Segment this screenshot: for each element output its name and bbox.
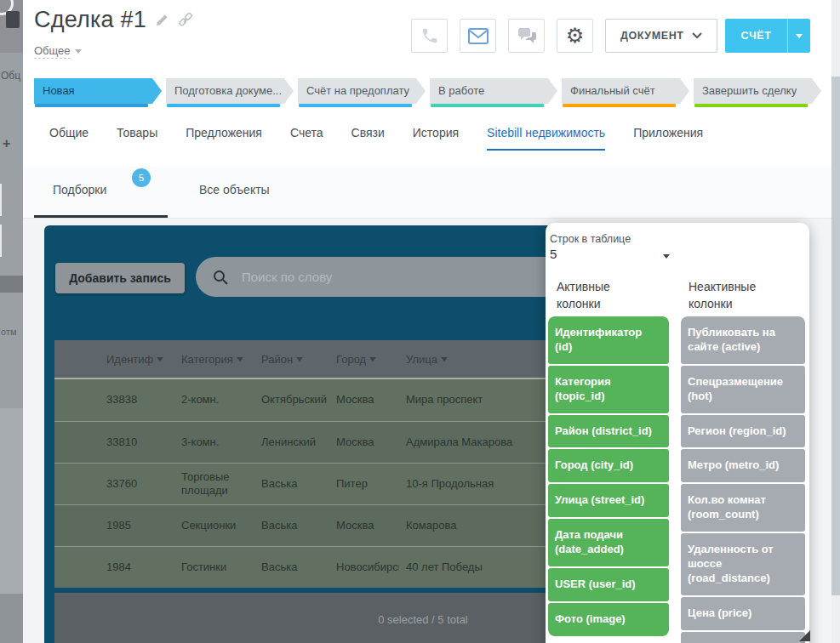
column-chip[interactable]: Дата подачи (date_added) bbox=[548, 519, 669, 566]
column-chip[interactable]: Район (district_id) bbox=[548, 415, 669, 448]
background-footer-fragment bbox=[0, 594, 23, 643]
call-button[interactable] bbox=[411, 19, 448, 53]
cell-district: Васька bbox=[254, 515, 329, 536]
stage-podgotovka[interactable]: Подготовка докуме... bbox=[166, 78, 294, 107]
tab-sitebill[interactable]: Sitebill недвижимость bbox=[487, 126, 605, 151]
invoice-button[interactable]: СЧЁТ bbox=[725, 19, 811, 53]
sort-caret-icon bbox=[441, 357, 448, 361]
rows-per-page-select[interactable]: 5 bbox=[550, 247, 669, 265]
cell-district: Ленинский bbox=[254, 432, 329, 452]
cell-city: Москва bbox=[329, 515, 399, 536]
sort-caret-icon bbox=[157, 357, 163, 361]
column-chip[interactable]: Метро (metro_id) bbox=[681, 449, 805, 482]
cell-id: 1984 bbox=[100, 557, 174, 578]
stage-zavershit[interactable]: Завершить сделку bbox=[694, 78, 821, 107]
stage-label: Финальный счёт bbox=[570, 78, 655, 104]
column-chip[interactable]: USER (user_id) bbox=[548, 568, 669, 601]
cell-category: Гостинки bbox=[174, 557, 254, 578]
stage-label: Подготовка докуме... bbox=[174, 78, 282, 104]
settings-button[interactable]: ⚙ bbox=[557, 19, 593, 53]
inactive-columns-header: Неактивные колонки bbox=[689, 279, 789, 312]
column-header-id[interactable]: Идентиф bbox=[100, 353, 174, 366]
background-row-fragment bbox=[0, 276, 23, 293]
background-text-fragment: Обц bbox=[1, 70, 20, 82]
caret-down-icon bbox=[663, 254, 670, 259]
column-chip[interactable]: Город (city_id) bbox=[548, 449, 669, 482]
background-plus-fragment: + bbox=[3, 136, 10, 151]
cell-id: 1985 bbox=[100, 515, 174, 536]
mail-button[interactable] bbox=[460, 19, 496, 53]
subtab-bar: Подборки 5 Все объекты bbox=[23, 167, 831, 219]
stage-schet-predoplata[interactable]: Счёт на предоплату bbox=[298, 78, 426, 107]
page-header: Сделка #1 bbox=[34, 7, 193, 33]
column-header-district[interactable]: Район bbox=[254, 353, 329, 366]
phone-icon bbox=[420, 26, 439, 45]
tab-scheta[interactable]: Счета bbox=[290, 126, 323, 151]
stage-finalny-schet[interactable]: Финальный счёт bbox=[562, 78, 689, 107]
stage-novaya[interactable]: Новая bbox=[34, 78, 162, 107]
subtab-podborki[interactable]: Подборки bbox=[53, 183, 106, 196]
selection-status: 0 selected / 5 total bbox=[378, 613, 468, 626]
invoice-dropdown-toggle[interactable] bbox=[787, 19, 810, 53]
deal-slider: Сделка #1 Общее bbox=[23, 0, 831, 643]
stage-label: Завершить сделку bbox=[702, 78, 797, 104]
column-chip[interactable]: Регион (region_id) bbox=[681, 415, 805, 448]
cell-city: Новосибирск bbox=[329, 557, 399, 578]
chat-button[interactable] bbox=[508, 19, 545, 53]
cell-city: Москва bbox=[329, 390, 399, 410]
subtab-vse-obekty[interactable]: Все объекты bbox=[199, 183, 270, 196]
sort-caret-icon bbox=[369, 357, 376, 361]
tab-predlozheniya[interactable]: Предложения bbox=[186, 126, 262, 151]
link-icon[interactable] bbox=[178, 13, 193, 28]
corner-triangle-icon bbox=[799, 630, 810, 641]
document-button[interactable]: ДОКУМЕНТ bbox=[605, 19, 717, 53]
add-record-button[interactable]: Добавить запись bbox=[55, 263, 185, 293]
chevron-down-icon bbox=[692, 32, 702, 39]
column-chip[interactable]: Публиковать на сайте (active) bbox=[681, 316, 805, 364]
column-chip[interactable]: Цена (price) bbox=[681, 597, 805, 630]
edit-title-icon[interactable] bbox=[156, 14, 169, 26]
tab-obshchie[interactable]: Общие bbox=[49, 126, 89, 151]
column-chip[interactable]: Идентификатор (id) bbox=[548, 316, 669, 364]
cell-city: Питер bbox=[329, 474, 399, 494]
column-chip[interactable]: Категория (topic_id) bbox=[548, 366, 669, 413]
column-header-category[interactable]: Категория bbox=[174, 353, 254, 366]
app-window: Обц + отм Сделка #1 Общее bbox=[0, 0, 840, 643]
rows-per-page-value: 5 bbox=[550, 247, 557, 261]
caret-down-icon bbox=[796, 34, 803, 38]
chevron-down-icon bbox=[75, 49, 82, 54]
tab-istoriya[interactable]: История bbox=[413, 126, 459, 151]
search-icon bbox=[212, 269, 229, 286]
cell-id: 33838 bbox=[100, 390, 174, 410]
cell-category: Торговые площади bbox=[174, 467, 254, 502]
gear-icon: ⚙ bbox=[566, 26, 585, 46]
tab-prilozheniya[interactable]: Приложения bbox=[633, 126, 703, 151]
background-list-marker bbox=[0, 225, 2, 257]
scrollbar-thumb[interactable] bbox=[831, 77, 840, 595]
active-subtab-underline bbox=[34, 215, 168, 218]
deal-stage-bar: Новая Подготовка докуме... Счёт на предо… bbox=[34, 78, 821, 107]
columns-settings-panel: Строк в таблице 5 Активные колонки Неакт… bbox=[546, 223, 809, 643]
cell-district: Васька bbox=[254, 474, 329, 494]
active-columns-header: Активные колонки bbox=[557, 279, 657, 312]
scope-selector-label: Общее bbox=[34, 44, 71, 59]
column-chip-partial[interactable] bbox=[681, 632, 805, 643]
column-header-city[interactable]: Город bbox=[329, 353, 399, 366]
background-list-marker bbox=[0, 184, 2, 216]
stage-label: В работе bbox=[438, 78, 484, 104]
tab-tovary[interactable]: Товары bbox=[117, 126, 157, 151]
column-chip[interactable]: Удаленность от шоссе (road_distance) bbox=[681, 533, 805, 595]
stage-v-rabote[interactable]: В работе bbox=[430, 78, 557, 107]
rows-per-page-label: Строк в таблице bbox=[550, 233, 631, 245]
stage-label: Счёт на предоплату bbox=[306, 78, 409, 104]
deal-tabs: Общие Товары Предложения Счета Связи Ист… bbox=[49, 126, 703, 151]
column-chip[interactable]: Спецразмещение (hot) bbox=[681, 366, 805, 413]
tab-svyazi[interactable]: Связи bbox=[351, 126, 385, 151]
column-chip[interactable]: Кол.во комнат (room_count) bbox=[681, 484, 805, 532]
scope-selector[interactable]: Общее bbox=[34, 44, 82, 59]
stage-label: Новая bbox=[43, 78, 75, 104]
active-columns-list: Идентификатор (id) Категория (topic_id) … bbox=[548, 316, 669, 636]
column-chip[interactable]: Фото (image) bbox=[548, 603, 669, 636]
column-chip[interactable]: Улица (street_id) bbox=[548, 484, 669, 517]
header-actions: ⚙ ДОКУМЕНТ СЧЁТ bbox=[411, 19, 810, 53]
